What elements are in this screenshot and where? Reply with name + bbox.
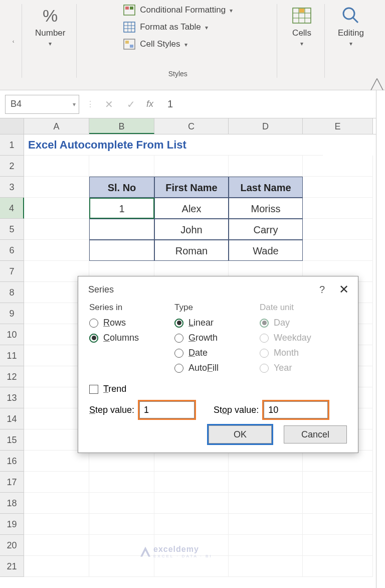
cancel-button[interactable]: Cancel <box>284 425 347 444</box>
watermark: exceldemy EXCEL · DATA · BI <box>140 545 213 558</box>
series-in-label: Series in <box>89 303 164 313</box>
fx-icon[interactable]: fx <box>146 99 153 109</box>
series-dialog: Series ? ✕ Series in RRowsows Columns Ty… <box>78 276 358 453</box>
svg-rect-2 <box>130 7 133 10</box>
radio-date[interactable]: Date <box>174 348 250 358</box>
ribbon-collapse[interactable]: ‹ <box>10 4 22 78</box>
radio-day: Day <box>260 318 340 328</box>
ribbon-collapse-icon[interactable]: ╱╲ <box>371 78 383 90</box>
name-box[interactable]: B4 ▾ <box>5 95 79 114</box>
number-format-button[interactable]: % Number ▾ <box>35 4 65 47</box>
chevron-down-icon: ▾ <box>300 40 303 47</box>
row-header[interactable]: 12 <box>0 366 24 387</box>
row-header[interactable]: 19 <box>0 514 24 535</box>
table-icon <box>123 21 136 33</box>
right-gutter <box>376 90 385 588</box>
radio-year: Year <box>260 363 340 373</box>
format-as-table-label: Format as Table <box>140 22 201 32</box>
number-label: Number <box>35 28 65 38</box>
ribbon-group-styles: Conditional Formatting ▾ Format as Table… <box>90 4 277 78</box>
row-header[interactable]: 9 <box>0 303 24 324</box>
row-header[interactable]: 20 <box>0 535 24 556</box>
col-header-D[interactable]: D <box>229 118 303 134</box>
table-cell[interactable]: Wade <box>229 240 303 261</box>
help-icon[interactable]: ? <box>319 284 325 296</box>
svg-rect-1 <box>125 7 129 10</box>
format-as-table-button[interactable]: Format as Table ▾ <box>123 21 208 33</box>
table-header[interactable]: Sl. No <box>89 177 154 198</box>
row-header[interactable]: 2 <box>0 156 24 177</box>
cancel-formula-icon[interactable]: ✕ <box>101 98 116 110</box>
table-cell[interactable]: Roman <box>154 240 229 261</box>
ok-button[interactable]: OK <box>209 425 272 444</box>
title-cell[interactable]: Excel Autocomplete From List <box>24 134 323 156</box>
cells-button[interactable]: Cells ▾ <box>290 4 313 47</box>
row-header[interactable]: 14 <box>0 408 24 429</box>
editing-label: Editing <box>338 28 364 38</box>
col-header-B[interactable]: B <box>89 118 154 134</box>
col-header-A[interactable]: A <box>24 118 89 134</box>
table-cell[interactable]: Moriss <box>229 198 303 219</box>
table-header[interactable]: First Name <box>154 177 229 198</box>
watermark-sub: EXCEL · DATA · BI <box>153 554 213 558</box>
close-icon[interactable]: ✕ <box>339 282 349 297</box>
row-header[interactable]: 4 <box>0 198 24 219</box>
type-label: Type <box>174 303 250 313</box>
accept-formula-icon[interactable]: ✓ <box>123 98 138 110</box>
stop-value-label: Stop value: <box>214 405 259 415</box>
radio-columns[interactable]: Columns <box>89 333 164 343</box>
col-header-C[interactable]: C <box>154 118 229 134</box>
row-header[interactable]: 6 <box>0 240 24 261</box>
row-header[interactable]: 1 <box>0 134 24 156</box>
editing-button[interactable]: Editing ▾ <box>338 4 364 47</box>
step-value-label: Step value: <box>89 405 134 415</box>
chevron-left-icon: ‹ <box>13 38 15 44</box>
col-header-E[interactable]: E <box>303 118 373 134</box>
radio-rows[interactable]: RRowsows <box>89 318 164 328</box>
select-all-corner[interactable] <box>0 118 24 134</box>
stop-value-input[interactable] <box>264 401 328 418</box>
radio-growth[interactable]: Growth <box>174 333 250 343</box>
table-cell[interactable] <box>89 240 154 261</box>
table-cell[interactable]: Alex <box>154 198 229 219</box>
dateunit-label: Date unit <box>260 303 340 313</box>
svg-rect-16 <box>299 9 304 13</box>
table-cell[interactable] <box>89 219 154 240</box>
row-header[interactable]: 15 <box>0 429 24 451</box>
radio-autofill[interactable]: AutoFill <box>174 363 250 373</box>
conditional-formatting-label: Conditional Formatting <box>140 5 226 15</box>
row-header[interactable]: 18 <box>0 493 24 514</box>
step-value-input[interactable] <box>139 401 195 418</box>
watermark-brand: exceldemy <box>153 545 199 553</box>
active-cell[interactable]: 1 <box>89 198 154 219</box>
trend-checkbox[interactable] <box>89 385 98 394</box>
ribbon: ‹ % Number ▾ Conditional Formatting ▾ Fo… <box>0 0 385 90</box>
chevron-down-icon: ▾ <box>230 7 233 14</box>
search-icon <box>339 4 362 27</box>
row-header[interactable]: 3 <box>0 177 24 198</box>
row-header[interactable]: 8 <box>0 282 24 303</box>
conditional-formatting-button[interactable]: Conditional Formatting ▾ <box>123 4 233 16</box>
row-header[interactable]: 16 <box>0 451 24 472</box>
row-header[interactable]: 7 <box>0 261 24 282</box>
percent-icon: % <box>39 4 62 27</box>
formula-bar: B4 ▾ ⋮ ✕ ✓ fx <box>0 90 385 118</box>
trend-label: Trend <box>103 384 126 394</box>
row-header[interactable]: 13 <box>0 387 24 408</box>
row-header[interactable]: 11 <box>0 345 24 366</box>
conditional-formatting-icon <box>123 4 136 16</box>
logo-icon <box>140 547 150 557</box>
cell-styles-button[interactable]: Cell Styles ▾ <box>123 38 187 50</box>
row-header[interactable]: 5 <box>0 219 24 240</box>
svg-rect-10 <box>130 45 133 48</box>
row-header[interactable]: 17 <box>0 472 24 493</box>
table-cell[interactable]: John <box>154 219 229 240</box>
radio-linear[interactable]: Linear <box>174 318 250 328</box>
table-cell[interactable]: Carry <box>229 219 303 240</box>
cell-styles-label: Cell Styles <box>140 39 180 49</box>
table-header[interactable]: Last Name <box>229 177 303 198</box>
formula-input[interactable] <box>160 95 380 114</box>
cells-label: Cells <box>292 28 311 38</box>
row-header[interactable]: 21 <box>0 556 24 577</box>
row-header[interactable]: 10 <box>0 324 24 345</box>
